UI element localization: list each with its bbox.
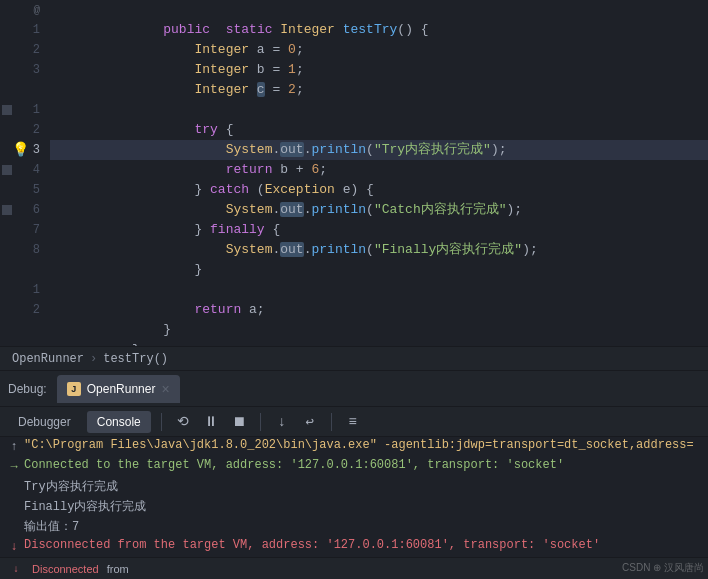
bookmark-icon-catch (2, 165, 12, 175)
gutter-line-3: 3 (0, 60, 46, 80)
line-gutter: @ 1 2 3 1 (0, 0, 50, 346)
bookmark-icon-finally (2, 205, 12, 215)
subtab-debugger-label: Debugger (18, 415, 71, 429)
console-line-connected: → Connected to the target VM, address: '… (0, 457, 708, 477)
breadcrumb-method[interactable]: testTry() (103, 352, 168, 366)
subtab-debugger[interactable]: Debugger (8, 411, 81, 433)
gutter-line-close-method: 2 (0, 300, 46, 320)
console-output: ↑ "C:\Program Files\Java\jdk1.8.0_202\bi… (0, 437, 708, 557)
status-icon-arrow: ↓ (8, 561, 24, 577)
gutter-line-return: 💡 3 (0, 140, 46, 160)
gutter-line-blank1 (0, 80, 46, 100)
toolbar-btn-step-into[interactable]: ↓ (271, 411, 293, 433)
toolbar-separator-2 (260, 413, 261, 431)
code-editor: @ 1 2 3 1 (0, 0, 708, 346)
toolbar-btn-rerun[interactable]: ⟲ (172, 411, 194, 433)
tab-openrunner[interactable]: J OpenRunner × (57, 375, 180, 403)
gutter-line-finally: 6 (0, 200, 46, 220)
watermark: CSDN ⊕ 汉风唐尚 (622, 561, 704, 575)
tabs-bar: Debug: J OpenRunner × (0, 371, 708, 407)
toolbar-separator-1 (161, 413, 162, 431)
console-text-try: Try内容执行完成 (24, 478, 118, 495)
console-line-try-output: Try内容执行完成 (0, 477, 708, 497)
console-text-finally: Finally内容执行完成 (24, 498, 146, 515)
gutter-line-close-finally: 8 (0, 240, 46, 260)
gutter-line-close-class (0, 320, 46, 340)
code-line-0: public static Integer testTry() { (50, 0, 708, 20)
bookmark-icon-try (2, 105, 12, 115)
console-line-cmd: ↑ "C:\Program Files\Java\jdk1.8.0_202\bi… (0, 437, 708, 457)
code-line-return-a: return a; (50, 280, 708, 300)
toolbar-btn-stop[interactable]: ⏹ (228, 411, 250, 433)
debug-label: Debug: (8, 382, 47, 396)
gutter-line-0: @ (0, 0, 46, 20)
console-icon-arrow-right: → (4, 460, 24, 474)
bottom-panel: Debug: J OpenRunner × Debugger Console ⟲… (0, 371, 708, 579)
console-text-connected: Connected to the target VM, address: '12… (24, 458, 564, 472)
tab-label-openrunner: OpenRunner (87, 382, 156, 396)
gutter-line-1: 1 (0, 20, 46, 40)
subtab-console[interactable]: Console (87, 411, 151, 433)
gutter-line-2: 2 (0, 40, 46, 60)
gutter-line-sysout-catch: 5 (0, 180, 46, 200)
breadcrumb: OpenRunner › testTry() (0, 346, 708, 371)
breadcrumb-separator: › (90, 352, 97, 366)
console-line-output-val: 输出值：7 (0, 517, 708, 537)
console-line-finally-output: Finally内容执行完成 (0, 497, 708, 517)
toolbar-btn-pause[interactable]: ⏸ (200, 411, 222, 433)
toolbar-separator-3 (331, 413, 332, 431)
tab-icon-openrunner: J (67, 382, 81, 396)
status-disconnected-text: Disconnected (32, 563, 99, 575)
status-from-text: from (107, 563, 129, 575)
breadcrumb-file[interactable]: OpenRunner (12, 352, 84, 366)
console-line-disconnected: ↓ Disconnected from the target VM, addre… (0, 537, 708, 557)
toolbar-btn-settings[interactable]: ≡ (342, 411, 364, 433)
gutter-line-return-a: 1 (0, 280, 46, 300)
main-container: @ 1 2 3 1 (0, 0, 708, 579)
status-bar: ↓ Disconnected from (0, 557, 708, 579)
code-line-try: try { (50, 100, 708, 120)
debug-arrow-icon: 💡 (12, 140, 29, 160)
console-icon-arrow-up: ↑ (4, 440, 24, 454)
console-text-output-val: 输出值：7 (24, 518, 79, 535)
toolbar: Debugger Console ⟲ ⏸ ⏹ ↓ ↩ ≡ (0, 407, 708, 437)
toolbar-btn-step-out[interactable]: ↩ (299, 411, 321, 433)
console-icon-arrow-down: ↓ (4, 540, 24, 554)
gutter-line-catch: 4 (0, 160, 46, 180)
code-content: public static Integer testTry() { Intege… (50, 0, 708, 346)
subtab-console-label: Console (97, 415, 141, 429)
console-text-cmd: "C:\Program Files\Java\jdk1.8.0_202\bin\… (24, 438, 694, 452)
gutter-line-sysout-finally: 7 (0, 220, 46, 240)
tab-close-openrunner[interactable]: × (161, 381, 169, 397)
gutter-line-try: 1 (0, 100, 46, 120)
gutter-line-blank2 (0, 260, 46, 280)
gutter-line-sysout-try: 2 (0, 120, 46, 140)
console-text-disconnected: Disconnected from the target VM, address… (24, 538, 600, 552)
